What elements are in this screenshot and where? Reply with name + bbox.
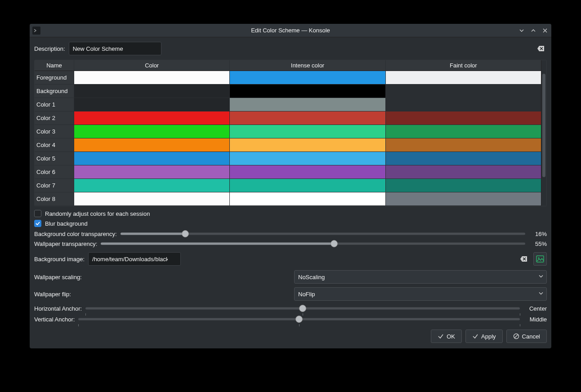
color-swatch[interactable] (74, 125, 230, 138)
background-image-label: Background image: (34, 256, 85, 263)
row-name: Color 5 (35, 152, 74, 165)
wallpaper-transparency-slider[interactable] (101, 240, 525, 248)
faint-swatch[interactable] (386, 165, 541, 179)
background-image-input[interactable] (88, 252, 181, 266)
bg-transparency-value: 16% (529, 231, 547, 237)
blur-background-label: Blur background (45, 220, 88, 227)
clear-description-icon[interactable] (537, 45, 545, 52)
table-row: Color 6 (35, 165, 541, 179)
table-row: Color 7 (35, 179, 541, 192)
maximize-button[interactable] (529, 26, 538, 35)
intense-swatch[interactable] (230, 71, 385, 85)
intense-swatch[interactable] (230, 85, 385, 98)
faint-swatch[interactable] (386, 98, 541, 111)
wallpaper-transparency-value: 55% (529, 241, 547, 247)
color-swatch[interactable] (74, 179, 230, 192)
ok-button[interactable]: OK (431, 330, 462, 343)
faint-swatch[interactable] (386, 152, 541, 165)
color-swatch[interactable] (74, 85, 230, 98)
cancel-button[interactable]: Cancel (506, 330, 547, 343)
table-row: Color 1 (35, 98, 541, 111)
table-row: Color 5 (35, 152, 541, 165)
color-swatch[interactable] (74, 98, 230, 111)
browse-image-button[interactable] (533, 252, 547, 266)
cancel-icon (513, 333, 519, 339)
table-row: Color 4 (35, 138, 541, 152)
minimize-button[interactable] (517, 26, 526, 35)
intense-swatch[interactable] (230, 192, 385, 206)
window-title: Edit Color Scheme — Konsole (30, 27, 551, 34)
description-input[interactable] (69, 42, 161, 55)
konsole-app-icon (32, 27, 40, 35)
intense-swatch[interactable] (230, 125, 385, 138)
color-swatch[interactable] (74, 111, 230, 125)
faint-swatch[interactable] (386, 138, 541, 152)
row-name: Color 8 (35, 192, 74, 206)
intense-swatch[interactable] (230, 152, 385, 165)
bg-transparency-label: Background color transparency: (34, 231, 117, 237)
intense-swatch[interactable] (230, 179, 385, 192)
header-faint: Faint color (386, 60, 541, 71)
bg-transparency-slider[interactable] (121, 230, 525, 238)
faint-swatch[interactable] (386, 85, 541, 98)
row-name: Foreground (35, 71, 74, 85)
color-swatch[interactable] (74, 152, 230, 165)
wallpaper-transparency-label: Wallpaper transparency: (34, 241, 97, 247)
row-name: Color 4 (35, 138, 74, 152)
color-swatch[interactable] (74, 165, 230, 179)
header-intense: Intense color (230, 60, 385, 71)
vertical-anchor-value: Middle (523, 316, 547, 323)
chevron-down-icon (538, 291, 544, 298)
faint-swatch[interactable] (386, 192, 541, 206)
wallpaper-flip-value: NoFlip (298, 291, 315, 298)
intense-swatch[interactable] (230, 165, 385, 179)
wallpaper-scaling-label: Wallpaper scaling: (34, 274, 290, 281)
faint-swatch[interactable] (386, 125, 541, 138)
intense-swatch[interactable] (230, 111, 385, 125)
wallpaper-scaling-value: NoScaling (298, 274, 325, 281)
clear-bgimage-icon[interactable] (520, 255, 528, 263)
check-icon (472, 333, 478, 339)
color-swatch[interactable] (74, 71, 230, 85)
table-row: Color 8 (35, 192, 541, 206)
table-row: Background (35, 85, 541, 98)
close-button[interactable] (541, 26, 550, 35)
faint-swatch[interactable] (386, 71, 541, 85)
description-label: Description: (34, 45, 65, 52)
wallpaper-flip-combobox[interactable]: NoFlip (294, 287, 547, 301)
vertical-anchor-label: Vertical Anchor: (34, 316, 75, 323)
wallpaper-scaling-combobox[interactable]: NoScaling (294, 270, 547, 284)
row-name: Color 3 (35, 125, 74, 138)
scrollbar-thumb[interactable] (542, 74, 545, 177)
wallpaper-flip-label: Wallpaper flip: (34, 291, 290, 298)
apply-button[interactable]: Apply (465, 330, 503, 343)
chevron-down-icon (538, 274, 544, 281)
table-scrollbar[interactable] (541, 60, 546, 206)
horizontal-anchor-label: Horizontal Anchor: (34, 305, 82, 312)
faint-swatch[interactable] (386, 179, 541, 192)
row-name: Color 7 (35, 179, 74, 192)
check-icon (438, 333, 444, 339)
horizontal-anchor-slider[interactable] (85, 304, 520, 312)
header-color: Color (74, 60, 230, 71)
horizontal-anchor-value: Center (523, 305, 547, 312)
color-table: Name Color Intense color Faint color For… (34, 60, 547, 206)
titlebar[interactable]: Edit Color Scheme — Konsole (30, 24, 551, 37)
intense-swatch[interactable] (230, 98, 385, 111)
svg-point-1 (538, 257, 539, 258)
intense-swatch[interactable] (230, 138, 385, 152)
random-colors-checkbox[interactable]: Randomly adjust colors for each session (34, 210, 547, 217)
table-row: Color 2 (35, 111, 541, 125)
vertical-anchor-slider[interactable] (78, 315, 520, 323)
row-name: Color 1 (35, 98, 74, 111)
edit-color-scheme-dialog: Edit Color Scheme — Konsole Description: (30, 24, 551, 348)
random-colors-label: Randomly adjust colors for each session (45, 210, 150, 217)
row-name: Background (35, 85, 74, 98)
blur-background-checkbox[interactable]: Blur background (34, 220, 547, 227)
color-swatch[interactable] (74, 192, 230, 206)
header-name: Name (35, 60, 74, 71)
table-row: Foreground (35, 71, 541, 85)
color-swatch[interactable] (74, 138, 230, 152)
table-row: Color 3 (35, 125, 541, 138)
faint-swatch[interactable] (386, 111, 541, 125)
